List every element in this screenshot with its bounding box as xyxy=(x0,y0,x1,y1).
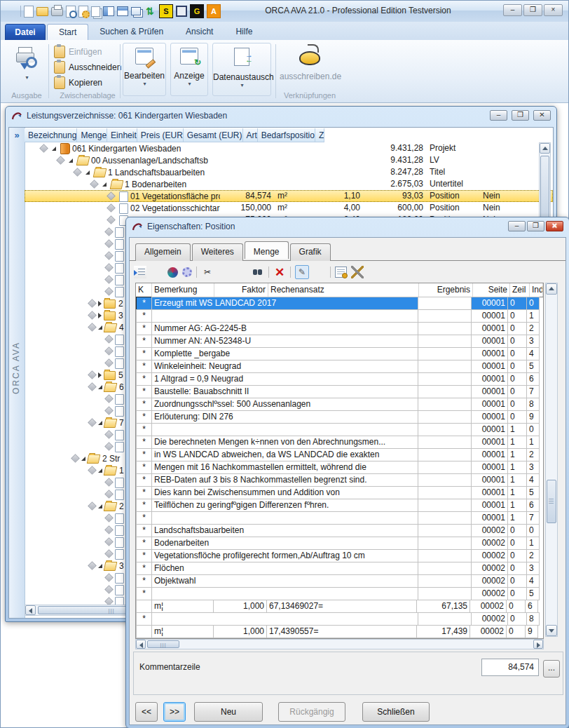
table-row[interactable]: * Mengen mit 16 Nachkommastellen ermitte… xyxy=(136,461,543,474)
tab-datei[interactable]: Datei xyxy=(5,24,46,41)
ribbon-tab[interactable]: Start xyxy=(47,24,88,40)
tree-row[interactable] xyxy=(103,524,127,536)
dialog-tab[interactable]: Grafik xyxy=(290,243,331,261)
tree-row[interactable] xyxy=(103,333,127,345)
bemerkung-cell[interactable]: m¦ xyxy=(151,600,214,613)
rechenansatz-cell[interactable]: 17,4390557= xyxy=(266,625,417,638)
bemerkung-cell[interactable]: Vegetationsflöche profilgerecht formen,A… xyxy=(151,549,418,562)
column-header-ergebnis[interactable]: Ergebnis xyxy=(419,283,473,297)
sync-icon[interactable]: ⇅ xyxy=(144,5,156,18)
open-folder-icon[interactable] xyxy=(36,7,48,16)
bemerkung-cell[interactable]: Nummer AN: AN-52348-U xyxy=(151,335,418,348)
cut-icon[interactable]: ✂ xyxy=(201,266,214,278)
settings-gear-icon[interactable] xyxy=(182,267,192,277)
table-row[interactable]: * 00002 0 5 xyxy=(136,588,543,600)
expand-arrow-icon[interactable] xyxy=(102,182,107,187)
table-row[interactable]: * Die berechneten Mengen k÷nnen von den … xyxy=(136,436,543,449)
bemerkung-cell[interactable]: Mengen mit 16 Nachkommastellen ermittelt… xyxy=(151,461,418,474)
table-row[interactable]: * Erzeugt mit WS LANDCAD 2017 00001 0 0 xyxy=(136,297,543,310)
column-header-rechenansatz[interactable]: Rechenansatz xyxy=(268,283,419,297)
expand-arrow-icon[interactable] xyxy=(98,301,102,306)
bemerkung-cell[interactable]: Baustelle: Bauabschnitt II xyxy=(151,385,418,398)
tree-row[interactable]: 2 xyxy=(86,297,123,309)
dialog-tab[interactable]: Allgemein xyxy=(135,243,191,261)
close-button[interactable]: ✕ xyxy=(546,221,563,231)
bemerkung-cell[interactable]: Erzeugt mit WS LANDCAD 2017 xyxy=(151,297,418,310)
table-row[interactable]: * Komplette _bergabe 00001 0 4 xyxy=(136,348,543,360)
separator[interactable] xyxy=(290,267,291,278)
bemerkung-cell[interactable] xyxy=(151,423,418,436)
bemerkung-cell[interactable]: Flöchen xyxy=(151,562,418,575)
scroll-down-button[interactable] xyxy=(546,625,557,636)
tree-row[interactable] xyxy=(103,512,127,524)
maximize-button[interactable]: ❐ xyxy=(527,221,544,231)
expand-arrow-icon[interactable] xyxy=(69,159,73,163)
bemerkung-cell[interactable]: Nummer AG: AG-2245-B xyxy=(151,322,418,335)
tree-row[interactable]: 1 Bodenarbeiten 2.675,03 Untertitel xyxy=(25,178,553,190)
column-header[interactable]: Gesamt (EUR) xyxy=(184,128,243,142)
tree-row[interactable] xyxy=(103,440,127,452)
column-header[interactable]: Preis (EUR xyxy=(137,128,184,142)
bemerkung-cell[interactable]: Winkeleinheit: Neugrad xyxy=(151,360,418,373)
bemerkung-cell[interactable]: Bodenarbeiten xyxy=(151,537,418,550)
print-preview-icon[interactable] xyxy=(66,6,76,18)
copy-icon[interactable] xyxy=(218,266,231,278)
table-row[interactable]: * Dies kann bei Zwischensummen und Addit… xyxy=(136,487,543,499)
bemerkung-cell[interactable] xyxy=(151,511,418,525)
tree-row[interactable] xyxy=(103,488,127,500)
column-header[interactable]: Bedarfspositio xyxy=(258,128,315,142)
tree-row[interactable] xyxy=(103,548,127,560)
table-row[interactable]: * Erlöuterung: DIN 276 00001 0 9 xyxy=(136,411,543,424)
table-row[interactable]: * 00002 0 8 xyxy=(136,613,543,626)
bemerkung-cell[interactable]: REB-Daten auf 3 bis 8 Nachkommastellen b… xyxy=(151,473,418,487)
tree-row[interactable] xyxy=(103,476,127,488)
kommentarzeile-value-field[interactable]: 84,574 xyxy=(481,659,539,676)
layout-split-icon[interactable] xyxy=(117,6,128,16)
separator[interactable] xyxy=(330,267,331,278)
tree-row[interactable] xyxy=(103,584,127,595)
tree-row[interactable]: 7 xyxy=(86,417,124,429)
tree-row[interactable]: 3 xyxy=(86,560,124,572)
s-badge-icon[interactable]: S xyxy=(159,4,173,18)
scroll-up-button[interactable] xyxy=(540,143,550,154)
table-row[interactable]: * Zuordnungsschlºssel: 500 Aussenanlagen… xyxy=(136,398,543,411)
table-row[interactable]: * 00001 1 7 xyxy=(136,512,543,525)
tree-row[interactable]: 3 xyxy=(86,309,123,321)
report-settings-icon[interactable] xyxy=(78,6,88,18)
expand-arrow-icon[interactable] xyxy=(98,325,102,330)
tree-row[interactable]: 2 xyxy=(86,500,124,512)
dialog-button[interactable]: Neu xyxy=(194,702,263,722)
chevron-down-icon[interactable]: ▾ xyxy=(7,74,47,81)
table-row[interactable]: * Objektwahl 00002 0 4 xyxy=(136,575,543,588)
table-settings-icon[interactable] xyxy=(335,267,347,278)
dialog-vertical-scrollbar[interactable]: ||| xyxy=(545,283,558,637)
column-header-seite[interactable]: Seite xyxy=(473,283,510,297)
dialog-titlebar[interactable]: Eigenschaften: Position –❐✕ xyxy=(126,217,569,235)
bemerkung-cell[interactable] xyxy=(151,587,418,600)
column-header-zeil[interactable]: Zeil xyxy=(510,283,530,297)
minimize-button[interactable]: – xyxy=(490,110,507,121)
print-icon[interactable] xyxy=(51,7,63,16)
scroll-up-button[interactable] xyxy=(546,283,557,295)
edit-pencil-icon[interactable]: ✎ xyxy=(295,265,309,279)
minimize-button[interactable]: – xyxy=(508,221,526,231)
tree-row[interactable]: 061 Kindergarten Wiesbaden 9.431,28 Proj… xyxy=(25,142,553,154)
layout-columns-icon[interactable] xyxy=(103,6,114,16)
copy-views-icon[interactable] xyxy=(91,6,100,17)
tree-row[interactable]: 01 Vegetationsfläche profilgerecht forme… xyxy=(25,190,553,202)
tree-row[interactable] xyxy=(103,238,127,250)
column-header-ind[interactable]: Ind xyxy=(530,283,543,297)
tree-row[interactable]: 00 Aussenanlage/Landschaftsb 9.431,28 LV xyxy=(25,154,553,166)
bemerkung-cell[interactable]: Objektwahl xyxy=(151,574,418,588)
tools-icon[interactable] xyxy=(351,266,364,278)
tree-row[interactable]: 1 xyxy=(86,464,124,476)
tree-row[interactable]: 4 xyxy=(86,321,124,333)
bemerkung-cell[interactable]: in WS LANDCAD abweichen, da WS LANDCAD d… xyxy=(151,448,418,461)
paste-disabled-icon[interactable] xyxy=(235,266,247,278)
dialog-button[interactable]: Rückgängig xyxy=(278,702,345,722)
separator[interactable] xyxy=(20,6,21,17)
dialog-horizontal-scrollbar[interactable]: ||| xyxy=(135,639,544,649)
table-row[interactable]: * Baustelle: Bauabschnitt II 00001 0 7 xyxy=(136,386,543,398)
column-header-faktor[interactable]: Faktor xyxy=(214,283,268,297)
clipboard-command[interactable]: Ausschneiden xyxy=(54,60,124,75)
